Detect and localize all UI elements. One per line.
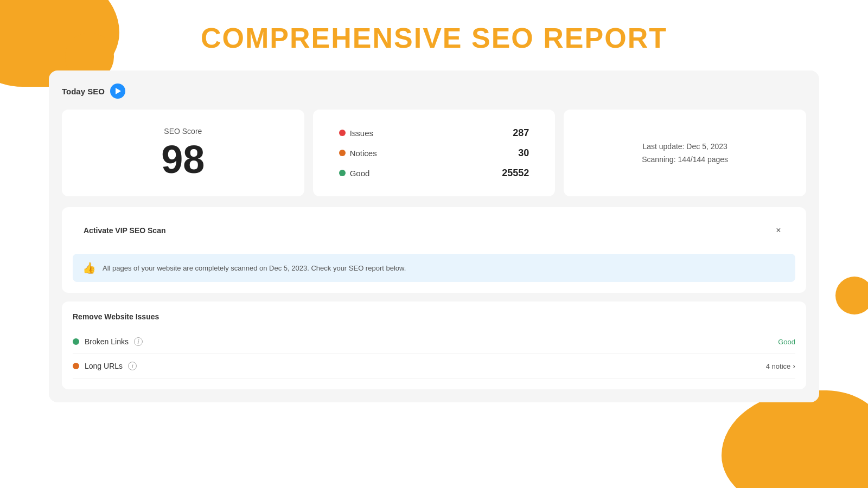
info-text: All pages of your website are completely… — [103, 264, 406, 272]
today-seo-label: Today SEO — [62, 87, 105, 96]
last-update-text: Last update: Dec 5, 2023 — [642, 142, 727, 151]
long-urls-label: Long URLs — [85, 362, 123, 370]
issue-count-issues: 287 — [513, 127, 529, 139]
play-button[interactable] — [110, 84, 125, 99]
broken-links-status: Good — [778, 338, 795, 346]
issue-count-good: 25552 — [502, 168, 529, 179]
close-button[interactable]: × — [773, 224, 784, 236]
vip-section: Activate VIP SEO Scan × 👍 All pages of y… — [62, 207, 806, 293]
long-urls-status: 4 notice › — [766, 362, 795, 370]
dot-notices — [339, 150, 346, 156]
vip-banner: Activate VIP SEO Scan × — [73, 216, 795, 245]
issues-section-title: Remove Website Issues — [73, 312, 795, 321]
page-title: COMPREHENSIVE SEO REPORT — [49, 22, 819, 54]
info-box: 👍 All pages of your website are complete… — [73, 254, 795, 282]
thumbs-up-icon: 👍 — [82, 261, 96, 274]
header: COMPREHENSIVE SEO REPORT — [49, 0, 819, 70]
last-update-card: Last update: Dec 5, 2023 Scanning: 144/1… — [564, 110, 806, 196]
today-seo-bar: Today SEO — [62, 84, 806, 99]
issue-count-notices: 30 — [518, 147, 529, 159]
seo-score-card: SEO Score 98 — [62, 110, 304, 196]
issue-row-issues: Issues 287 — [339, 127, 529, 139]
issues-card: Issues 287 Notices 30 — [313, 110, 556, 196]
issue-row-notices: Notices 30 — [339, 147, 529, 159]
dot-issues — [339, 130, 346, 136]
issue-label-issues: Issues — [350, 129, 373, 138]
issues-list: Issues 287 Notices 30 — [328, 127, 540, 179]
seo-score-value: 98 — [161, 140, 205, 179]
scanning-text: Scanning: 144/144 pages — [642, 155, 728, 164]
vip-banner-label: Activate VIP SEO Scan — [84, 226, 165, 235]
issue-label-good: Good — [350, 169, 370, 178]
chevron-right-icon: › — [793, 362, 795, 370]
info-icon-long-urls[interactable]: i — [128, 362, 137, 370]
issue-label-notices: Notices — [350, 149, 377, 158]
broken-links-row[interactable]: Broken Links i Good — [73, 330, 795, 354]
website-issues-section: Remove Website Issues Broken Links i Goo… — [62, 301, 806, 389]
long-urls-notice-text: 4 notice — [766, 362, 791, 370]
broken-links-label: Broken Links — [85, 337, 129, 346]
dot-long-urls — [73, 363, 79, 369]
info-icon-broken-links[interactable]: i — [134, 337, 143, 346]
dot-good — [339, 170, 346, 176]
main-card: Today SEO SEO Score 98 Issues 287 — [49, 70, 819, 402]
dot-broken-links — [73, 338, 79, 345]
long-urls-row[interactable]: Long URLs i 4 notice › — [73, 354, 795, 378]
issue-row-good: Good 25552 — [339, 168, 529, 179]
stats-row: SEO Score 98 Issues 287 — [62, 110, 806, 196]
deco-bottom-right — [722, 390, 868, 488]
seo-score-label: SEO Score — [164, 127, 202, 136]
